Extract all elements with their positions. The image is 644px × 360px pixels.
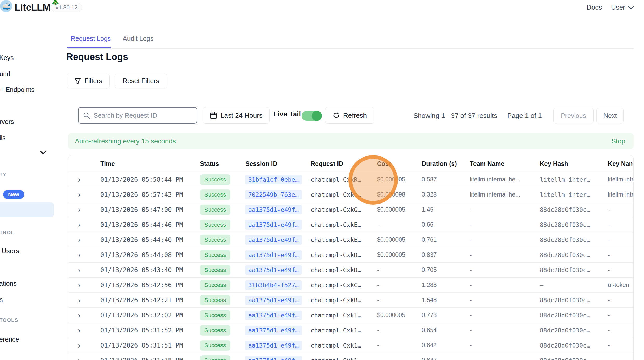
row-expand-chevron-icon[interactable]: › — [78, 341, 80, 349]
header-duration: Duration (s) — [422, 160, 470, 167]
active-tab-underline — [67, 47, 111, 48]
sidebar-item-users[interactable]: Users — [2, 247, 19, 255]
row-expand-chevron-icon[interactable]: › — [78, 175, 80, 184]
row-expand-chevron-icon[interactable]: › — [78, 251, 80, 259]
chevron-down-icon[interactable] — [627, 5, 635, 10]
session-id-link[interactable]: aa1375d1-e49f… — [245, 205, 302, 214]
session-id-link[interactable]: 31b3b4b4-f527… — [245, 280, 302, 290]
sidebar-item-api-reference[interactable]: erence — [0, 336, 19, 343]
refresh-icon — [333, 112, 340, 119]
status-badge: Success — [200, 235, 230, 245]
cell-cost: $0.000005 — [377, 236, 422, 243]
row-expand-chevron-icon[interactable]: › — [78, 190, 80, 199]
tab-request-logs[interactable]: Request Logs — [71, 35, 111, 42]
cell-time: 01/13/2026 05:47:00 PM — [100, 206, 200, 213]
time-range-button[interactable]: Last 24 Hours — [203, 107, 270, 124]
table-row[interactable]: › 01/13/2026 05:44:08 PM Success aa1375d… — [68, 247, 633, 263]
docs-link[interactable]: Docs — [587, 3, 602, 11]
auto-refresh-banner: Auto-refreshing every 15 seconds Stop — [68, 133, 634, 149]
cell-team-name: - — [470, 357, 540, 360]
session-id-link[interactable]: aa1375d1-e49f… — [245, 356, 302, 360]
header-key-hash: Key Hash — [540, 160, 608, 167]
session-id-link[interactable]: aa1375d1-e49f… — [245, 235, 302, 245]
sidebar-item-teams[interactable]: s — [0, 296, 3, 304]
sidebar-item-keys[interactable]: Keys — [0, 54, 14, 62]
reset-filters-button[interactable]: Reset Filters — [115, 74, 167, 88]
cell-status: Success — [200, 340, 245, 351]
sidebar-item-servers[interactable]: rvers — [0, 118, 14, 126]
cell-request-id: chatcmpl-Cxk1… — [311, 312, 377, 319]
session-id-link[interactable]: aa1375d1-e49f… — [245, 250, 302, 260]
row-expand-chevron-icon[interactable]: › — [78, 281, 80, 289]
previous-page-button[interactable]: Previous — [553, 108, 594, 123]
sidebar-item-organizations[interactable]: ations — [0, 280, 17, 287]
row-expand-chevron-icon[interactable]: › — [78, 296, 80, 304]
cell-duration: 3.328 — [422, 191, 470, 198]
row-expand-chevron-icon[interactable]: › — [78, 266, 80, 274]
search-input[interactable] — [94, 112, 192, 119]
cell-session-id: aa1375d1-e49f… — [245, 235, 311, 245]
table-header-row: Time Status Session ID Request ID Cost D… — [68, 155, 633, 172]
row-expand-chevron-icon[interactable]: › — [78, 220, 80, 229]
table-row[interactable]: › 01/13/2026 05:44:46 PM Success aa1375d… — [68, 217, 633, 232]
filters-button[interactable]: Filters — [67, 74, 110, 88]
table-row[interactable]: › 01/13/2026 05:32:02 PM Success aa1375d… — [68, 308, 633, 323]
sidebar-item-guardrails[interactable]: ils — [0, 134, 6, 142]
session-id-link[interactable]: aa1375d1-e49f… — [245, 296, 302, 305]
cell-key-name: - — [608, 357, 633, 360]
next-page-button[interactable]: Next — [596, 108, 624, 123]
session-id-link[interactable]: 7022549b-763e… — [245, 190, 302, 199]
live-tail-toggle[interactable] — [302, 111, 322, 121]
session-id-link[interactable]: aa1375d1-e49f… — [245, 326, 302, 335]
row-expand-chevron-icon[interactable]: › — [78, 205, 80, 214]
tab-audit-logs[interactable]: Audit Logs — [123, 35, 153, 42]
session-id-link[interactable]: 31bfa1cf-0ebe… — [245, 175, 302, 184]
table-row[interactable]: › 01/13/2026 05:47:00 PM Success aa1375d… — [68, 202, 633, 217]
cell-key-name: - — [608, 206, 633, 213]
sidebar-item-logs-selected[interactable] — [0, 202, 54, 217]
table-row[interactable]: › 01/13/2026 05:43:40 PM Success aa1375d… — [68, 263, 633, 278]
row-expand-chevron-icon[interactable]: › — [78, 356, 80, 360]
table-row[interactable]: › 01/13/2026 05:31:51 PM Success aa1375d… — [68, 338, 633, 353]
litellm-logo: 🚅 — [0, 0, 12, 12]
sidebar-item-playground[interactable]: und — [0, 70, 10, 78]
status-badge: Success — [200, 295, 230, 305]
cell-key-name: - — [608, 251, 633, 258]
header-request-id: Request ID — [311, 160, 377, 167]
session-id-link[interactable]: aa1375d1-e49f… — [245, 220, 302, 230]
table-row[interactable]: › 01/13/2026 05:42:56 PM Success 31b3b4b… — [68, 278, 633, 293]
cell-duration: 0.587 — [422, 176, 470, 183]
cell-team-name: - — [470, 266, 540, 273]
auto-refresh-message: Auto-refreshing every 15 seconds — [75, 137, 176, 145]
cell-duration: 0.778 — [422, 312, 470, 319]
row-expand-chevron-icon[interactable]: › — [78, 235, 80, 244]
tree-emoji-icon: 🎄 — [51, 0, 60, 6]
cell-status: Success — [200, 189, 245, 200]
cell-team-name: - — [470, 236, 540, 243]
table-row[interactable]: › 01/13/2026 05:42:21 PM Success aa1375d… — [68, 293, 633, 308]
cell-duration: 0.66 — [422, 221, 470, 228]
sidebar-item-models-endpoints[interactable]: + Endpoints — [0, 86, 35, 94]
session-id-link[interactable]: aa1375d1-e49f… — [245, 311, 302, 320]
table-row[interactable]: › 01/13/2026 05:31:52 PM Success aa1375d… — [68, 323, 633, 338]
refresh-button[interactable]: Refresh — [325, 107, 374, 124]
cell-team-name: - — [470, 251, 540, 258]
sidebar-chevron-down-icon[interactable] — [40, 150, 47, 155]
cell-session-id: 31b3b4b4-f527… — [245, 280, 311, 290]
table-row[interactable]: › 01/13/2026 05:57:43 PM Success 7022549… — [68, 187, 633, 202]
session-id-link[interactable]: aa1375d1-e49f… — [245, 341, 302, 350]
user-menu[interactable]: User — [611, 3, 625, 11]
table-row[interactable]: › 01/13/2026 05:44:40 PM Success aa1375d… — [68, 232, 633, 247]
cell-request-id: chatcmpl-CxkG… — [311, 206, 377, 213]
row-expand-chevron-icon[interactable]: › — [78, 326, 80, 334]
cell-team-name: - — [470, 327, 540, 334]
stop-auto-refresh-button[interactable]: Stop — [612, 137, 626, 145]
cell-session-id: aa1375d1-e49f… — [245, 265, 311, 275]
cell-session-id: aa1375d1-e49f… — [245, 220, 311, 230]
funnel-icon — [74, 78, 81, 84]
table-row[interactable]: › 01/13/2026 05:58:44 PM Success 31bfa1c… — [68, 172, 633, 187]
session-id-link[interactable]: aa1375d1-e49f… — [245, 265, 302, 275]
search-request-id-box[interactable] — [78, 107, 197, 124]
row-expand-chevron-icon[interactable]: › — [78, 311, 80, 319]
table-row[interactable]: › 01/13/2026 05:31:38 PM Success aa1375d… — [68, 353, 633, 360]
